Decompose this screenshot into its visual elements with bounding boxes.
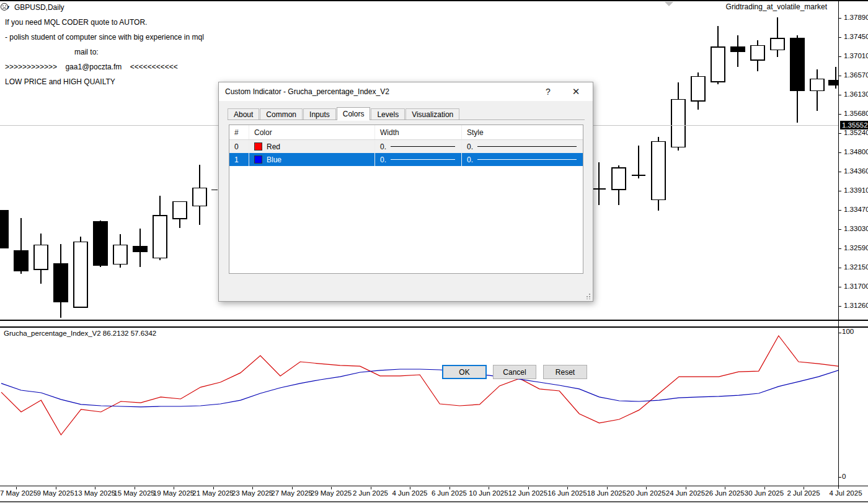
date-tick xyxy=(252,487,253,489)
candle xyxy=(54,244,68,318)
red-indicator-line xyxy=(1,336,838,435)
table-header-color: Color xyxy=(249,125,375,139)
price-tick-label: 1.33470 xyxy=(844,206,868,213)
color-name-label: Red xyxy=(267,142,280,151)
width-preview-line xyxy=(391,146,455,147)
price-tick-label: 1.32150 xyxy=(844,263,868,271)
candle xyxy=(711,26,725,84)
tab-inputs[interactable]: Inputs xyxy=(303,108,336,120)
date-tick xyxy=(686,487,686,489)
dialog-titlebar[interactable]: Custom Indicator - Grucha_percentage_Ind… xyxy=(219,82,593,101)
dialog-close-button[interactable]: ✕ xyxy=(565,82,587,101)
candle xyxy=(691,72,705,110)
date-tick xyxy=(764,487,765,489)
indicator-scale-max: 100 xyxy=(842,328,854,335)
width-value: 0. xyxy=(380,142,386,151)
candle xyxy=(731,35,745,67)
price-tick-label: 1.31260 xyxy=(844,302,868,309)
tab-page-edge xyxy=(228,120,585,121)
symbol-label: ▼GBPUSD,Daily xyxy=(5,3,64,12)
indicator-subwindow[interactable]: Grucha_percentage_Index_V2 86.2132 57.63… xyxy=(0,327,838,486)
reset-button[interactable]: Reset xyxy=(543,365,587,379)
row-style-cell: 0. xyxy=(462,153,583,166)
tab-colors[interactable]: Colors xyxy=(337,107,371,120)
date-tick xyxy=(528,487,529,489)
candle xyxy=(113,234,127,268)
dialog-title: Custom Indicator - Grucha_percentage_Ind… xyxy=(225,87,389,96)
ok-button[interactable]: OK xyxy=(442,365,487,379)
chart-shift-marker-icon[interactable] xyxy=(665,2,673,6)
row-width-cell: 0. xyxy=(375,153,462,166)
date-tick xyxy=(410,487,410,489)
date-tick xyxy=(646,487,647,489)
candle xyxy=(153,196,167,260)
table-header-num: # xyxy=(229,125,249,139)
cancel-button[interactable]: Cancel xyxy=(493,365,536,379)
date-tick xyxy=(489,487,489,489)
candle xyxy=(810,69,824,111)
candle xyxy=(671,82,685,151)
price-tick-label: 1.35680 xyxy=(844,110,868,117)
date-tick xyxy=(16,487,17,489)
window-top-border xyxy=(0,0,868,1)
date-tick xyxy=(213,487,214,489)
tab-visualization[interactable]: Visualization xyxy=(405,108,459,120)
date-tick xyxy=(95,487,95,489)
candle xyxy=(751,40,764,71)
price-tick-label: 1.36570 xyxy=(844,71,868,79)
row-index-cell: 0 xyxy=(229,140,249,153)
style-preview-line xyxy=(477,146,577,147)
dialog-tab-strip: AboutCommonInputsColorsLevelsVisualizati… xyxy=(228,107,460,120)
price-tick-label: 1.37010 xyxy=(844,52,868,59)
date-tick xyxy=(135,487,135,489)
candle xyxy=(652,137,665,211)
chart-comment-line: >>>>>>>>>>>> gaa1@poczta.fm <<<<<<<<<<< xyxy=(5,63,178,71)
table-header-width: Width xyxy=(375,125,462,139)
candle xyxy=(34,234,48,284)
table-header-style: Style xyxy=(462,125,583,139)
date-tick xyxy=(725,487,725,489)
ea-name-label: Gridtrading_at_volatile_market xyxy=(726,2,827,11)
width-value: 0. xyxy=(380,155,386,164)
dialog-help-button[interactable]: ? xyxy=(538,82,559,101)
indicator-line-chart xyxy=(0,327,838,486)
tab-common[interactable]: Common xyxy=(260,108,303,120)
candle xyxy=(829,67,838,89)
tab-about[interactable]: About xyxy=(228,108,259,120)
row-width-cell: 0. xyxy=(375,140,462,153)
indicator-label: Grucha_percentage_Index_V2 86.2132 57.63… xyxy=(4,330,156,337)
price-axis[interactable]: 1.35552 1.378901.374501.370101.365701.36… xyxy=(838,0,868,320)
color-row-red[interactable]: 0Red0.0. xyxy=(229,140,583,153)
dialog-button-row: OKCancelReset xyxy=(219,365,593,380)
dialog-resize-grip[interactable] xyxy=(585,293,591,299)
date-tick xyxy=(56,487,56,489)
window-bottom-border xyxy=(0,501,868,502)
price-tick-label: 1.31700 xyxy=(844,282,868,290)
table-header-row: #ColorWidthStyle xyxy=(229,125,583,140)
candle xyxy=(0,211,8,248)
colors-table: #ColorWidthStyle0Red0.0.1Blue0.0. xyxy=(229,125,583,274)
indicator-panel-bottom-border xyxy=(0,486,868,486)
price-tick-label: 1.34360 xyxy=(844,167,868,175)
indicator-value-1: 86.2132 xyxy=(103,330,129,337)
tab-levels[interactable]: Levels xyxy=(371,108,405,120)
candle xyxy=(133,229,147,267)
candle xyxy=(193,165,206,225)
chart-comment-line: mail to: xyxy=(74,48,99,56)
sad-face-icon[interactable] xyxy=(0,2,9,11)
chart-panel-separator[interactable] xyxy=(0,320,868,321)
price-tick-label: 1.35240 xyxy=(844,129,868,136)
chart-comment-line: If you need MQL CODER quote to AUTOR. xyxy=(5,18,147,27)
indicator-panel-top-border xyxy=(0,326,868,328)
row-color-cell: Red xyxy=(249,140,375,153)
row-style-cell: 0. xyxy=(462,140,583,153)
candle xyxy=(14,218,28,274)
date-tick xyxy=(804,487,804,489)
style-preview-line xyxy=(477,159,577,160)
color-row-blue[interactable]: 1Blue0.0. xyxy=(229,153,583,166)
style-value: 0. xyxy=(467,155,473,164)
date-tick xyxy=(371,487,371,489)
price-tick-label: 1.37450 xyxy=(844,33,868,40)
date-tick xyxy=(567,487,568,489)
date-tick xyxy=(292,487,293,489)
